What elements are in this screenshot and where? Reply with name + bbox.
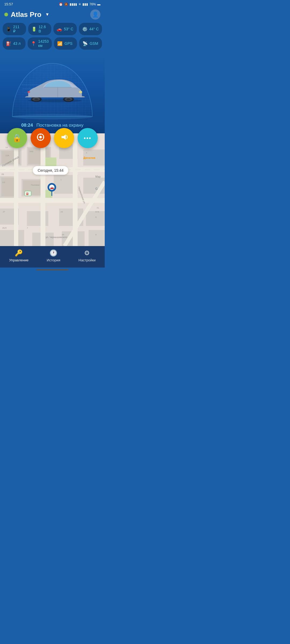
- status-bar: 15:57 ⏰ 🔕 ▮▮▮▮ ✳ ▮▮▮ 76% ▬: [0, 0, 105, 7]
- svg-text:2Б/9: 2Б/9: [2, 227, 7, 229]
- signal2-icon: ▮▮▮: [82, 2, 88, 6]
- stats-row-2: ⛽ 43 л 📍 14253 км 📶 GPS 📡 GSM: [3, 37, 102, 50]
- car-image: 01010101010101010101010 1010101010101010…: [20, 73, 85, 107]
- stat-balance[interactable]: 📱 211 ₽: [3, 23, 26, 35]
- svg-rect-32: [0, 230, 24, 246]
- gsm-icon: 📡: [82, 41, 88, 46]
- stat-gps[interactable]: 📶 GPS: [54, 37, 77, 50]
- gsm-value: GSM: [90, 41, 98, 46]
- status-time: 15:57: [4, 2, 13, 6]
- balance-value: 211 ₽: [13, 25, 23, 33]
- balance-icon: 📱: [6, 27, 11, 32]
- profile-icon: 👤: [92, 11, 99, 18]
- nav-settings-label: Настройки: [78, 258, 96, 262]
- svg-text:⛽: ⛽: [26, 192, 29, 195]
- nav-control[interactable]: 🔑 Управление: [9, 249, 28, 262]
- map-location-pin: 🚗: [46, 182, 57, 198]
- car-section: 01010101010101010101010 1010101010101010…: [0, 55, 105, 136]
- svg-text:10101010101010101010101: 10101010101010101010101: [21, 84, 44, 86]
- shield-base: [12, 114, 93, 119]
- stats-section: 📱 211 ₽ 🔋 12.6 В 🚗 53° C ⚙️ 44° C ⛽ 43 л…: [0, 23, 105, 55]
- svg-text:2В: 2В: [1, 173, 4, 175]
- svg-text:27: 27: [3, 211, 5, 213]
- battery-level: 76%: [89, 2, 96, 6]
- nav-settings[interactable]: ⚙ Настройки: [78, 249, 96, 262]
- svg-text:24: 24: [60, 211, 63, 213]
- stat-car-temp[interactable]: 🚗 53° C: [53, 23, 77, 35]
- svg-text:9: 9: [95, 216, 97, 218]
- car-temp-value: 53° C: [64, 27, 73, 31]
- stat-engine-temp[interactable]: ⚙️ 44° C: [79, 23, 102, 35]
- home-bar: [36, 269, 68, 270]
- svg-text:Полевая: Полевая: [31, 184, 39, 186]
- header: Atlas Pro ▼ 👤: [0, 7, 105, 23]
- lock-button[interactable]: 🔒: [7, 128, 27, 148]
- engine-button[interactable]: [31, 128, 51, 148]
- fuel-value: 43 л: [13, 41, 21, 46]
- stat-gsm[interactable]: 📡 GSM: [79, 37, 102, 50]
- svg-text:Дягилев: Дягилев: [83, 156, 96, 159]
- svg-text:34Б: 34Б: [30, 150, 33, 153]
- app-title: Atlas Pro: [11, 10, 41, 19]
- stat-mileage[interactable]: 📍 14253 км: [28, 37, 52, 50]
- engine-icon: [36, 133, 45, 143]
- stat-fuel[interactable]: ⛽ 43 л: [3, 37, 26, 50]
- svg-rect-23: [1, 178, 15, 196]
- mileage-icon: 📍: [31, 41, 36, 46]
- svg-text:01010101010101010101010: 01010101010101010101010: [24, 92, 46, 94]
- signal-icon: ▮▮▮▮: [70, 2, 77, 6]
- key-icon: 🔑: [15, 249, 23, 257]
- lock-icon: 🔒: [12, 134, 22, 142]
- svg-point-7: [79, 91, 82, 93]
- battery-icon: ▬: [97, 2, 100, 6]
- bottom-nav: 🔑 Управление 🕐 История ⚙ Настройки: [0, 246, 105, 268]
- nav-history[interactable]: 🕐 История: [47, 249, 60, 262]
- horn-icon: [60, 133, 68, 143]
- engine-temp-icon: ⚙️: [82, 27, 88, 32]
- car-status-time: 08:24: [21, 123, 33, 128]
- nav-history-label: История: [47, 258, 60, 262]
- map-section[interactable]: Полевая улица ул. Чернышевского Перекопс…: [0, 133, 105, 246]
- svg-text:G: G: [95, 187, 98, 190]
- profile-button[interactable]: 👤: [90, 9, 100, 20]
- dropdown-arrow-icon[interactable]: ▼: [45, 12, 49, 17]
- svg-rect-31: [86, 211, 105, 226]
- map-tooltip: Сегодня, 15:44: [33, 166, 68, 175]
- car-temp-icon: 🚗: [57, 27, 62, 32]
- svg-text:7: 7: [27, 227, 28, 229]
- fuel-icon: ⛽: [6, 41, 11, 46]
- nav-control-label: Управление: [9, 258, 28, 262]
- svg-text:4: 4: [86, 152, 87, 154]
- connection-status-dot: [4, 13, 8, 16]
- gps-value: GPS: [64, 41, 73, 46]
- svg-text:🚗: 🚗: [50, 185, 54, 189]
- wifi-icon: ✳: [78, 2, 81, 6]
- status-icons: ⏰ 🔕 ▮▮▮▮ ✳ ▮▮▮ 76% ▬: [59, 2, 100, 6]
- car-status-text: 08:24 Постановка на охрану: [21, 123, 83, 128]
- mileage-value: 14253 км: [38, 39, 49, 48]
- svg-text:Мар: Мар: [95, 175, 101, 178]
- car-shield: 01010101010101010101010 1010101010101010…: [9, 60, 95, 119]
- alarm-icon: ⏰: [59, 2, 63, 6]
- voltage-value: 12.6 В: [39, 25, 48, 33]
- svg-text:8: 8: [95, 233, 97, 236]
- stat-voltage[interactable]: 🔋 12.6 В: [28, 23, 52, 35]
- svg-point-9: [28, 99, 82, 102]
- svg-text:12А: 12А: [5, 154, 9, 157]
- gps-icon: 📶: [57, 41, 63, 46]
- header-left[interactable]: Atlas Pro ▼: [4, 10, 49, 19]
- svg-text:41: 41: [97, 207, 99, 209]
- engine-temp-value: 44° C: [89, 27, 99, 31]
- battery-car-icon: 🔋: [31, 27, 37, 32]
- signal-button[interactable]: [54, 128, 74, 148]
- svg-text:36: 36: [62, 233, 64, 236]
- more-icon: •••: [84, 135, 92, 142]
- svg-text:1/2: 1/2: [2, 181, 5, 184]
- action-buttons: 🔒 •••: [0, 128, 105, 148]
- more-button[interactable]: •••: [78, 128, 98, 148]
- mute-icon: 🔕: [64, 2, 68, 6]
- svg-text:87А: 87А: [95, 211, 99, 213]
- svg-rect-35: [89, 230, 105, 246]
- stats-row-1: 📱 211 ₽ 🔋 12.6 В 🚗 53° C ⚙️ 44° C: [3, 23, 102, 35]
- history-icon: 🕐: [49, 249, 57, 257]
